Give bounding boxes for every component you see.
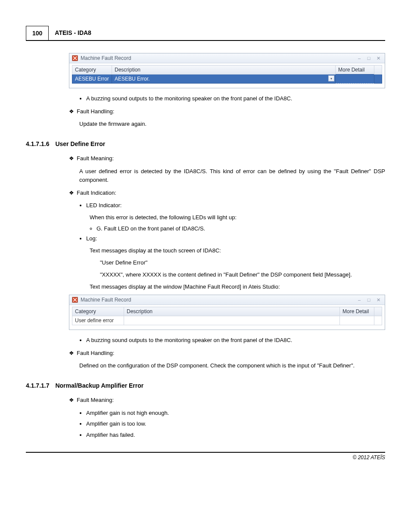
maximize-icon[interactable]: □ [365,55,373,61]
close-icon[interactable]: ✕ [374,55,382,61]
cell-description: AESEBU Error. ▾ [112,75,336,84]
window-title: Machine Fault Record [81,297,131,303]
diamond-icon: ❖ [69,349,74,358]
col-more-detail[interactable]: More Detail [336,65,374,75]
col-more-detail[interactable]: More Detail [340,307,374,316]
col-description[interactable]: Description [112,65,336,75]
bullet-text: Log: [86,234,385,243]
chevron-down-icon[interactable]: ▾ [328,75,334,81]
diamond-icon: ❖ [69,189,74,197]
body-text: Text messages display at the window [Mac… [90,283,385,291]
machine-fault-record-window: Machine Fault Record – □ ✕ Category Desc… [69,53,385,88]
fault-meaning-heading: ❖ Fault Meaning: [69,396,385,404]
body-text: Defined on the configuration of the DSP … [79,361,385,370]
close-icon[interactable]: ✕ [374,297,382,303]
cell-more-detail[interactable] [336,75,374,84]
diamond-icon: ❖ [69,154,74,163]
fault-table: Category Description More Detail User de… [72,307,382,325]
body-text: Update the firmware again. [79,120,385,128]
col-spacer [374,65,382,75]
document-title: ATEIS - IDA8 [49,26,97,40]
window-titlebar: Machine Fault Record – □ ✕ [69,53,385,63]
window-titlebar: Machine Fault Record – □ ✕ [69,295,385,305]
cell-description [124,316,340,325]
col-category[interactable]: Category [72,307,124,316]
copyright: © 2012 ATEÏS [352,454,385,460]
col-description[interactable]: Description [124,307,340,316]
body-text: "User Define Error" [100,258,385,267]
body-text: "XXXXX", where XXXXX is the content defi… [100,271,385,279]
diamond-icon: ❖ [69,396,74,404]
bullet-text: Amplifier has failed. [86,431,385,439]
fault-indication-heading: ❖ Fault Indication: [69,189,385,197]
footer: © 2012 ATEÏS [26,452,385,460]
diamond-icon: ❖ [69,107,74,116]
bullet-text: Amplifier gain is not high enough. [86,409,385,417]
maximize-icon[interactable]: □ [365,297,373,303]
fault-handling-heading: ❖ Fault Handling: [69,349,385,358]
body-text: Text messages display at the touch scree… [90,246,385,255]
bullet-text: LED Indicator: [86,201,385,210]
app-icon [72,55,78,61]
section-heading: 4.1.7.1.6 User Define Error [26,140,385,147]
col-spacer [374,307,382,316]
minimize-icon[interactable]: – [355,297,363,303]
cell-spacer [374,75,382,84]
machine-fault-record-window: Machine Fault Record – □ ✕ Category Desc… [69,295,385,330]
page-header: 100 ATEIS - IDA8 [26,26,385,41]
col-category[interactable]: Category [72,65,112,75]
cell-more-detail[interactable] [340,316,374,325]
table-row[interactable]: AESEBU Error AESEBU Error. ▾ [72,75,382,84]
page-number: 100 [26,26,49,40]
cell-category: AESEBU Error [72,75,112,84]
bullet-text: Amplifier gain is too low. [86,420,385,428]
cell-category: User define error [72,316,124,325]
section-heading: 4.1.7.1.7 Normal/Backup Amplifier Error [26,382,385,389]
minimize-icon[interactable]: – [355,55,363,61]
fault-meaning-heading: ❖ Fault Meaning: [69,154,385,163]
cell-spacer [374,316,382,325]
body-text: A user defined error is detected by the … [79,167,385,184]
fault-handling-heading: ❖ Fault Handling: [69,107,385,116]
app-icon [72,297,78,303]
body-text: When this error is detected, the followi… [90,213,385,222]
bullet-text: A buzzing sound outputs to the monitorin… [86,94,385,103]
bullet-text: G. Fault LED on the front panel of IDA8C… [97,225,385,232]
fault-table: Category Description More Detail AESEBU … [72,65,382,84]
table-row[interactable]: User define error [72,316,382,325]
window-title: Machine Fault Record [81,55,131,61]
bullet-text: A buzzing sound outputs to the monitorin… [86,336,385,345]
